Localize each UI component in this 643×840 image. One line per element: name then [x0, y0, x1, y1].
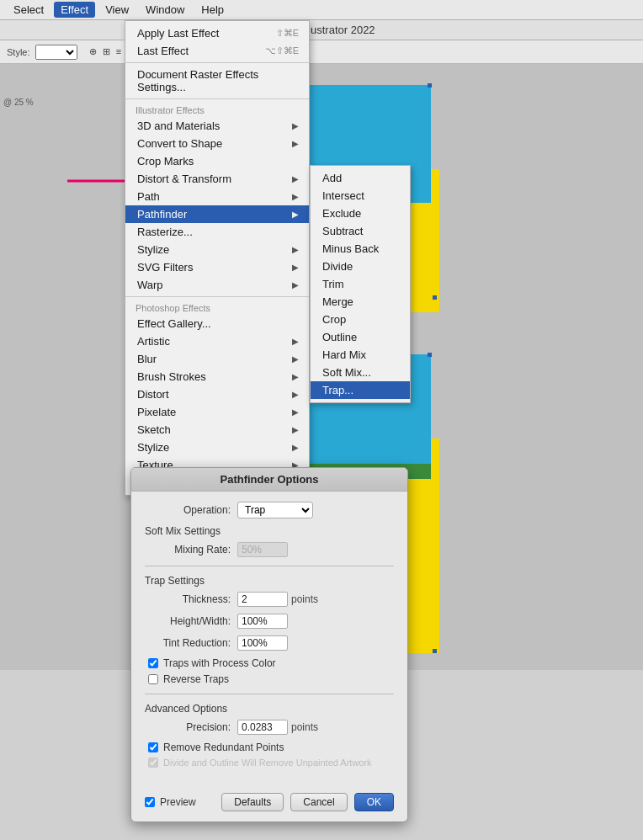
height-width-label: Height/Width:: [145, 615, 237, 627]
dialog-footer: Preview Defaults Cancel OK: [131, 786, 407, 821]
submenu-outline[interactable]: Outline: [311, 328, 410, 346]
effect-gallery[interactable]: Effect Gallery...: [125, 315, 309, 332]
divider-3: [125, 296, 309, 297]
trap-settings-label: Trap Settings: [145, 575, 394, 587]
document-raster[interactable]: Document Raster Effects Settings...: [125, 66, 309, 96]
blur[interactable]: Blur▶: [125, 350, 309, 368]
precision-row: Precision: points: [145, 720, 394, 735]
effect-dropdown: Apply Last Effect ⇧⌘E Last Effect ⌥⇧⌘E D…: [125, 20, 310, 496]
dialog-body: Operation: Trap Soft Mix Settings Mixing…: [131, 492, 407, 786]
anchor-lower-tr: [428, 353, 432, 357]
preview-label: Preview: [160, 796, 196, 808]
traps-process-label: Traps with Process Color: [163, 657, 276, 669]
divide-outline-label: Divide and Outline Will Remove Unpainted…: [163, 758, 372, 768]
submenu-crop[interactable]: Crop: [311, 311, 410, 328]
advanced-label: Advanced Options: [145, 703, 394, 715]
zoom-indicator: @ 25 %: [3, 98, 34, 107]
apply-last-effect[interactable]: Apply Last Effect ⇧⌘E: [125, 24, 309, 42]
dialog-title: Pathfinder Options: [131, 468, 407, 492]
thickness-row: Thickness: points: [145, 592, 394, 607]
style-select[interactable]: [35, 45, 77, 60]
sketch[interactable]: Sketch▶: [125, 421, 309, 439]
soft-mix-section: Soft Mix Settings Mixing Rate:: [145, 525, 394, 557]
thickness-input[interactable]: [237, 592, 288, 607]
anchor-tr: [428, 83, 432, 88]
3d-materials[interactable]: 3D and Materials▶: [125, 117, 309, 135]
thickness-unit: points: [291, 593, 318, 605]
photoshop-effects-label: Photoshop Effects: [125, 300, 309, 315]
style-label: Style:: [7, 47, 30, 57]
submenu-trim[interactable]: Trim: [311, 275, 410, 293]
operation-row: Operation: Trap: [145, 502, 394, 518]
submenu-divide[interactable]: Divide: [311, 258, 410, 275]
last-shortcut: ⌥⇧⌘E: [265, 45, 299, 56]
mixing-rate-row: Mixing Rate:: [145, 542, 394, 557]
stylize-ps[interactable]: Stylize▶: [125, 439, 309, 456]
illustrator-effects-label: Illustrator Effects: [125, 102, 309, 117]
divider-2: [125, 98, 309, 99]
artistic[interactable]: Artistic▶: [125, 332, 309, 350]
height-width-row: Height/Width:: [145, 614, 394, 629]
submenu-hard-mix[interactable]: Hard Mix: [311, 346, 410, 364]
traps-process-row: Traps with Process Color: [145, 657, 394, 669]
apply-shortcut: ⇧⌘E: [276, 28, 299, 39]
divide-outline-row: Divide and Outline Will Remove Unpainted…: [145, 758, 394, 768]
stylize-illus[interactable]: Stylize▶: [125, 241, 309, 258]
path[interactable]: Path▶: [125, 188, 309, 205]
reverse-traps-label: Reverse Traps: [163, 673, 229, 685]
submenu-merge[interactable]: Merge: [311, 293, 410, 311]
top-toolbar: Style: ⊕ ⊞ ≡ ☰ ▦ ▮ ▮ ▮ ▮ ▮ ▮ ▮ ▮ ▮: [0, 40, 643, 64]
convert-to-shape[interactable]: Convert to Shape▶: [125, 135, 309, 152]
dialog-overlay: Pathfinder Options Operation: Trap Soft …: [130, 467, 408, 822]
submenu-exclude[interactable]: Exclude: [311, 205, 410, 222]
traps-process-checkbox[interactable]: [148, 658, 158, 668]
last-effect[interactable]: Last Effect ⌥⇧⌘E: [125, 42, 309, 60]
tint-reduction-input[interactable]: [237, 635, 288, 651]
defaults-button[interactable]: Defaults: [221, 793, 284, 811]
height-width-input[interactable]: [237, 614, 288, 629]
submenu-trap[interactable]: Trap...: [311, 381, 410, 399]
menu-view[interactable]: View: [98, 2, 136, 18]
reverse-traps-row: Reverse Traps: [145, 673, 394, 685]
app-title: Adobe Illustrator 2022: [0, 20, 643, 40]
remove-redundant-row: Remove Redundant Points: [145, 742, 394, 753]
submenu-intersect[interactable]: Intersect: [311, 187, 410, 205]
menu-select[interactable]: Select: [7, 2, 50, 18]
distort-transform[interactable]: Distort & Transform▶: [125, 170, 309, 188]
pixelate[interactable]: Pixelate▶: [125, 403, 309, 421]
warp[interactable]: Warp▶: [125, 276, 309, 294]
remove-redundant-checkbox[interactable]: [148, 742, 158, 752]
submenu-minus-back[interactable]: Minus Back: [311, 240, 410, 258]
submenu-soft-mix[interactable]: Soft Mix...: [311, 364, 410, 381]
rasterize[interactable]: Rasterize...: [125, 223, 309, 241]
ok-button[interactable]: OK: [354, 793, 394, 811]
soft-mix-label: Soft Mix Settings: [145, 525, 394, 537]
menu-bar: Select Effect View Window Help: [0, 0, 643, 20]
thickness-label: Thickness:: [145, 593, 237, 605]
distort-ps[interactable]: Distort▶: [125, 385, 309, 403]
tint-reduction-label: Tint Reduction:: [145, 637, 237, 649]
pathfinder[interactable]: Pathfinder▶: [125, 205, 309, 223]
operation-label: Operation:: [145, 504, 237, 516]
preview-checkbox[interactable]: [145, 797, 155, 807]
precision-unit: points: [291, 721, 318, 733]
mixing-rate-label: Mixing Rate:: [145, 544, 237, 556]
submenu-add[interactable]: Add: [311, 169, 410, 187]
pathfinder-dialog: Pathfinder Options Operation: Trap Soft …: [130, 467, 408, 822]
anchor-lower-br: [433, 649, 437, 653]
menu-help[interactable]: Help: [194, 2, 231, 18]
mixing-rate-input: [237, 542, 288, 557]
submenu-subtract[interactable]: Subtract: [311, 222, 410, 240]
reverse-traps-checkbox[interactable]: [148, 674, 158, 684]
svg-filters[interactable]: SVG Filters▶: [125, 258, 309, 276]
menu-effect[interactable]: Effect: [54, 2, 95, 18]
menu-window[interactable]: Window: [139, 2, 191, 18]
crop-marks[interactable]: Crop Marks: [125, 152, 309, 170]
operation-select[interactable]: Trap: [237, 502, 313, 518]
precision-label: Precision:: [145, 721, 237, 733]
cancel-button[interactable]: Cancel: [290, 793, 347, 811]
pathfinder-submenu: Add Intersect Exclude Subtract Minus Bac…: [310, 165, 411, 403]
precision-input[interactable]: [237, 720, 288, 735]
tint-reduction-row: Tint Reduction:: [145, 635, 394, 651]
brush-strokes[interactable]: Brush Strokes▶: [125, 368, 309, 385]
